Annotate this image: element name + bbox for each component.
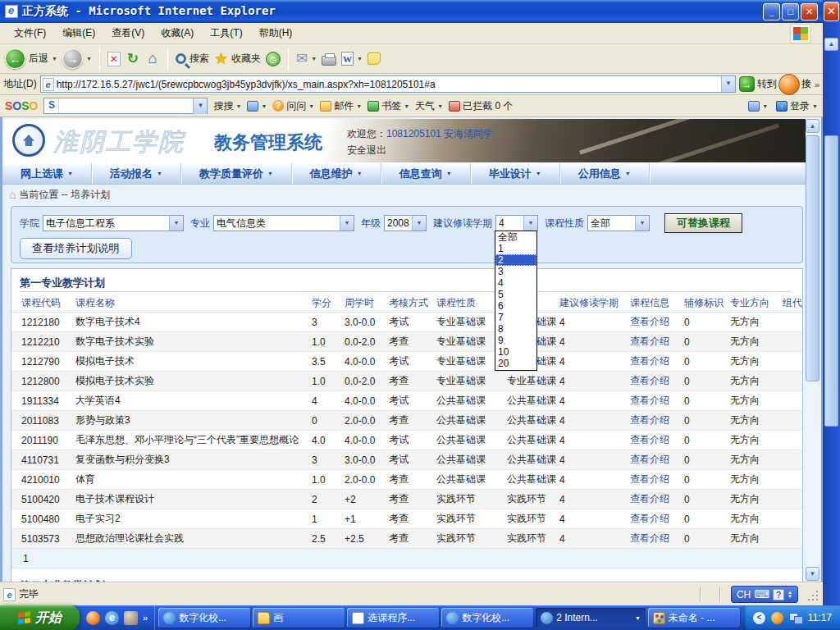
- term-dropdown-option[interactable]: 4: [495, 277, 536, 289]
- quicklaunch-ie-icon[interactable]: e: [105, 611, 119, 625]
- view-intro-link[interactable]: 查看介绍: [630, 394, 684, 408]
- view-intro-link[interactable]: 查看介绍: [630, 472, 684, 486]
- menu-item[interactable]: 收藏(A): [153, 24, 201, 43]
- tray-network-icon[interactable]: [789, 613, 802, 623]
- major-select[interactable]: 电气信息类▼: [213, 215, 354, 231]
- nav-item[interactable]: 教学质量评价: [181, 163, 292, 184]
- back-button[interactable]: ← 后退 ▼: [5, 48, 57, 69]
- refresh-button[interactable]: ↻: [126, 52, 140, 66]
- task-button[interactable]: 数字化校... ▼: [441, 608, 533, 628]
- term-select[interactable]: 4▼: [495, 215, 538, 231]
- soso-mail-button[interactable]: 邮件▼: [320, 99, 362, 113]
- language-bar[interactable]: CH ⌨ ? ▲▼: [731, 586, 798, 603]
- search-button[interactable]: 搜索: [176, 52, 209, 66]
- college-caret-icon[interactable]: ▼: [169, 216, 183, 231]
- address-dropdown-icon[interactable]: ▼: [721, 76, 735, 92]
- soso-search-button[interactable]: 搜搜▼: [213, 99, 241, 113]
- language-options-icon[interactable]: ▲▼: [788, 591, 792, 599]
- nav-item[interactable]: 活动报名: [92, 163, 181, 184]
- language-indicator[interactable]: CH: [737, 589, 751, 600]
- quicklaunch-qq-icon[interactable]: [86, 611, 100, 625]
- forward-button[interactable]: → ▼: [62, 48, 92, 69]
- keyboard-icon[interactable]: ⌨: [754, 588, 769, 600]
- nav-item[interactable]: 信息查询: [381, 163, 471, 184]
- soso-bookmark-button[interactable]: 书签▼: [368, 99, 409, 113]
- forward-caret-icon[interactable]: ▼: [86, 56, 92, 62]
- view-intro-link[interactable]: 查看介绍: [630, 315, 684, 329]
- soso-page-button[interactable]: ▼: [247, 101, 267, 112]
- favorites-button[interactable]: ★ 收藏夹: [214, 49, 261, 68]
- resize-grip[interactable]: [808, 589, 819, 600]
- minimize-button[interactable]: _: [763, 3, 780, 21]
- grade-caret-icon[interactable]: ▼: [412, 216, 426, 231]
- menu-item[interactable]: 文件(F): [7, 24, 53, 43]
- grade-select[interactable]: 2008▼: [384, 215, 427, 231]
- college-select[interactable]: 电子信息工程系▼: [43, 215, 184, 231]
- edit-word-button[interactable]: W ▼: [341, 52, 363, 66]
- back-caret-icon[interactable]: ▼: [52, 56, 57, 62]
- home-button[interactable]: ⌂: [145, 52, 160, 66]
- term-dropdown-option[interactable]: 7: [495, 312, 536, 323]
- term-dropdown-option[interactable]: 9: [495, 335, 536, 346]
- quicklaunch-more-icon[interactable]: »: [143, 613, 148, 623]
- nav-item[interactable]: 网上选课: [2, 163, 92, 184]
- task-button[interactable]: 选课程序... ▼: [347, 608, 439, 628]
- menu-item[interactable]: 查看(V): [104, 24, 152, 43]
- nav-item[interactable]: 公用信息: [560, 163, 650, 184]
- soso-search-input[interactable]: [59, 100, 193, 112]
- soso-ask-button[interactable]: ? 问问▼: [272, 99, 314, 113]
- view-intro-link[interactable]: 查看介绍: [630, 413, 684, 427]
- start-button[interactable]: 开始: [0, 605, 80, 630]
- scroll-down-icon[interactable]: ▼: [806, 567, 819, 581]
- term-dropdown-option[interactable]: 20: [495, 358, 536, 369]
- tray-app-icon[interactable]: [771, 612, 783, 624]
- view-intro-link[interactable]: 查看介绍: [630, 453, 684, 467]
- print-button[interactable]: [322, 56, 336, 66]
- term-dropdown-option[interactable]: 6: [495, 300, 536, 312]
- note-icon[interactable]: [368, 52, 381, 65]
- term-dropdown-option[interactable]: 5: [495, 289, 536, 300]
- view-intro-link[interactable]: 查看介绍: [630, 433, 684, 447]
- view-intro-link[interactable]: 查看介绍: [630, 512, 684, 526]
- address-input[interactable]: [57, 79, 721, 90]
- view-intro-link[interactable]: 查看介绍: [630, 335, 684, 349]
- stop-button[interactable]: ✕: [107, 52, 121, 66]
- soso-filter-button[interactable]: ▼: [748, 101, 768, 112]
- mail-button[interactable]: ✉ ▼: [296, 50, 317, 67]
- term-dropdown-option[interactable]: 3: [495, 266, 536, 277]
- view-intro-link[interactable]: 查看介绍: [630, 532, 684, 546]
- mail-caret-icon[interactable]: ▼: [311, 56, 317, 62]
- word-caret-icon[interactable]: ▼: [357, 56, 363, 62]
- soso-s-icon[interactable]: S: [44, 98, 59, 113]
- nav-item[interactable]: 信息维护: [292, 163, 381, 184]
- menu-item[interactable]: 工具(T): [203, 24, 249, 43]
- background-scroll-up-icon[interactable]: ▲: [824, 38, 838, 51]
- pagination[interactable]: 1: [11, 549, 803, 568]
- term-dropdown-option[interactable]: 10: [495, 346, 536, 358]
- nature-select[interactable]: 全部▼: [587, 215, 650, 231]
- task-button[interactable]: 画 ▼: [253, 608, 345, 628]
- task-group-caret-icon[interactable]: ▼: [635, 615, 641, 621]
- task-button[interactable]: 数字化校... ▼: [158, 608, 250, 628]
- language-help-icon[interactable]: ?: [773, 589, 784, 600]
- view-plan-description-button[interactable]: 查看培养计划说明: [20, 238, 132, 259]
- term-dropdown-option[interactable]: 2: [495, 254, 536, 266]
- soso-dropdown-icon[interactable]: ▼: [193, 98, 207, 114]
- background-scrollbar-thumb[interactable]: [824, 135, 838, 427]
- view-intro-link[interactable]: 查看介绍: [630, 374, 684, 388]
- term-caret-icon[interactable]: ▼: [523, 216, 537, 231]
- menu-item[interactable]: 编辑(E): [55, 24, 103, 43]
- task-button[interactable]: 未命名 - ... ▼: [648, 608, 740, 628]
- term-dropdown-option[interactable]: 1: [495, 243, 536, 254]
- tray-collapse-icon[interactable]: <: [753, 612, 765, 624]
- view-intro-link[interactable]: 查看介绍: [630, 492, 684, 506]
- soso-weather-button[interactable]: 天气▼: [415, 99, 443, 113]
- term-dropdown-option[interactable]: 全部: [495, 231, 536, 243]
- chevron-more-icon[interactable]: »: [815, 80, 819, 89]
- major-caret-icon[interactable]: ▼: [340, 216, 354, 231]
- frame-scrollbar-thumb[interactable]: [806, 135, 819, 381]
- soso-login-button[interactable]: ↑ 登录▼: [776, 99, 818, 113]
- scroll-up-icon[interactable]: ▲: [806, 119, 819, 133]
- quicklaunch-desktop-icon[interactable]: [124, 611, 138, 625]
- background-close-icon[interactable]: ✕: [824, 2, 839, 21]
